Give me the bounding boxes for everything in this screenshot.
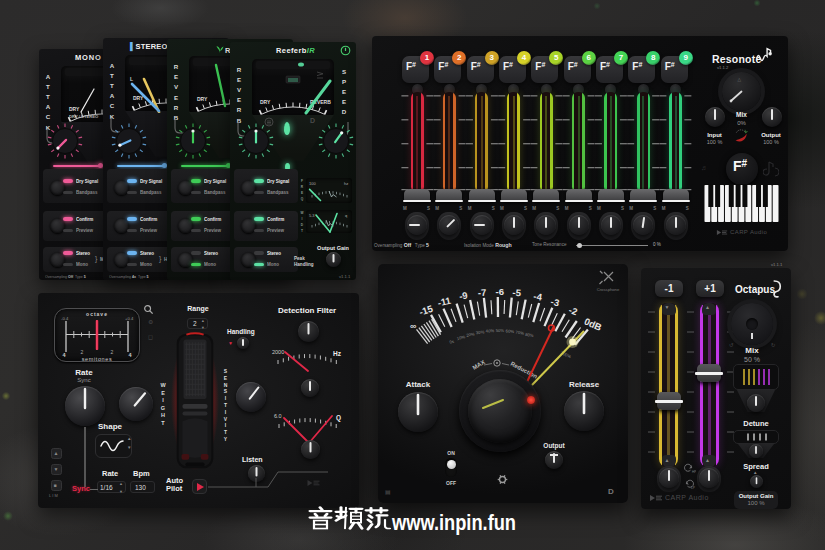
svg-text:Crossphone: Crossphone xyxy=(597,287,620,292)
svg-text:20%: 20% xyxy=(466,331,475,337)
svg-text:-6: -6 xyxy=(496,286,504,297)
svg-text:4: 4 xyxy=(128,352,132,358)
svg-text:80%: 80% xyxy=(525,332,534,339)
svg-text:-0.4: -0.4 xyxy=(61,316,69,321)
svg-text:HP: HP xyxy=(692,470,696,474)
svg-text:DRY / STEREO: DRY / STEREO xyxy=(69,114,99,119)
svg-text:-3: -3 xyxy=(550,296,561,309)
svg-text:-9: -9 xyxy=(458,290,468,302)
svg-text:50%: 50% xyxy=(496,328,505,333)
svg-text:DRY: DRY xyxy=(197,96,208,102)
svg-text:40%: 40% xyxy=(486,328,495,333)
svg-text:0s: 0s xyxy=(449,339,455,345)
svg-text:-4: -4 xyxy=(533,290,544,302)
svg-text:Hz: Hz xyxy=(333,350,342,357)
svg-text:10%: 10% xyxy=(456,334,466,341)
svg-text:2: 2 xyxy=(111,349,114,355)
svg-text:+0.4: +0.4 xyxy=(125,316,134,321)
svg-text:L: L xyxy=(130,76,133,82)
svg-text:4: 4 xyxy=(62,352,66,358)
svg-text:www.inpin.fun: www.inpin.fun xyxy=(391,510,516,535)
svg-text:30%: 30% xyxy=(476,329,485,335)
svg-text:∞: ∞ xyxy=(410,321,417,331)
svg-text:-2: -2 xyxy=(567,304,579,317)
svg-text:-11: -11 xyxy=(437,295,453,309)
svg-text:q: q xyxy=(345,213,347,218)
svg-text:Q: Q xyxy=(336,414,341,422)
svg-text:octave: octave xyxy=(86,311,108,317)
svg-text:60%: 60% xyxy=(506,328,515,334)
svg-text:6.0: 6.0 xyxy=(274,413,282,419)
svg-text:MAX: MAX xyxy=(472,359,487,371)
svg-text:semitones: semitones xyxy=(82,356,112,362)
svg-text:DRY: DRY xyxy=(69,106,80,112)
svg-text:hz: hz xyxy=(344,181,348,186)
svg-text:2000: 2000 xyxy=(272,349,284,355)
svg-text:-5: -5 xyxy=(512,287,522,299)
svg-text:100: 100 xyxy=(309,181,316,186)
svg-text:2: 2 xyxy=(81,349,84,355)
svg-text:LP: LP xyxy=(691,486,695,490)
svg-text:70%: 70% xyxy=(515,330,524,336)
svg-text:DRY: DRY xyxy=(260,99,271,105)
svg-text:-7: -7 xyxy=(477,287,486,299)
svg-text:5.3: 5.3 xyxy=(309,213,315,218)
